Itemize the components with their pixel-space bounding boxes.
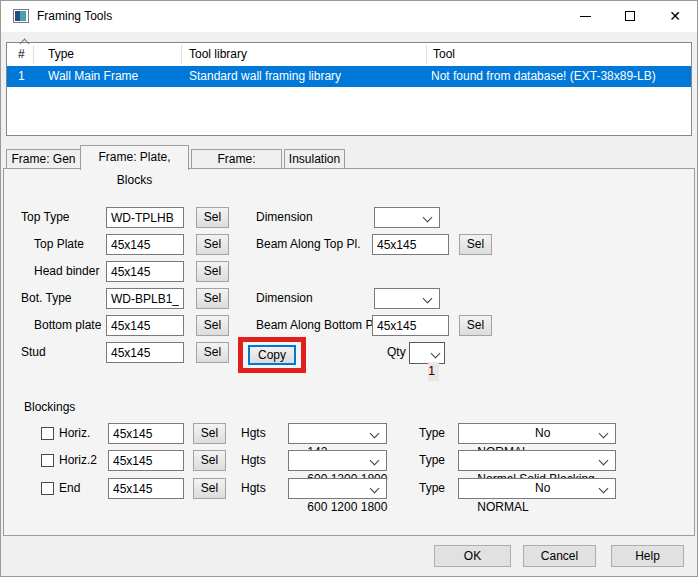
column-header-type[interactable]: Type xyxy=(48,47,74,61)
row-cell-num: 1 xyxy=(18,66,25,87)
dimension-top-label: Dimension xyxy=(256,207,313,228)
end-checkbox[interactable] xyxy=(41,482,54,495)
top-type-label: Top Type xyxy=(21,207,69,228)
horiz-type-select[interactable]: NORMAL No xyxy=(458,423,616,444)
horiz2-type-select[interactable]: Normal Solid Blocking xyxy=(458,450,616,471)
top-type-input[interactable] xyxy=(106,207,184,228)
close-button[interactable]: ✕ xyxy=(653,1,697,32)
column-header-library[interactable]: Tool library xyxy=(189,47,247,61)
type-label: Type xyxy=(419,478,445,499)
top-plate-input[interactable] xyxy=(106,234,184,255)
tab-frame-plate-blocks[interactable]: Frame: Plate, Blocks xyxy=(80,145,189,170)
minimize-icon xyxy=(580,16,591,17)
chevron-down-icon xyxy=(370,456,380,466)
minimize-button[interactable] xyxy=(563,1,608,32)
qty-select[interactable]: 1 xyxy=(409,342,445,364)
type-label: Type xyxy=(419,450,445,471)
column-divider xyxy=(33,45,34,64)
chevron-down-icon xyxy=(599,484,609,494)
horiz2-size-input[interactable] xyxy=(108,450,184,471)
column-header-num[interactable]: # xyxy=(18,47,25,61)
framing-tools-window: Framing Tools ✕ # Type Tool library Tool… xyxy=(0,0,698,577)
chevron-down-icon xyxy=(370,429,380,439)
top-plate-label: Top Plate xyxy=(34,234,84,255)
head-binder-sel-button[interactable]: Sel xyxy=(196,261,229,282)
maximize-icon xyxy=(625,11,635,21)
help-button[interactable]: Help xyxy=(611,545,684,567)
tab-frame-gen[interactable]: Frame: Gen xyxy=(6,149,81,169)
top-plate-sel-button[interactable]: Sel xyxy=(196,234,229,255)
dimension-top-select[interactable] xyxy=(374,207,440,228)
horiz2-sel-button[interactable]: Sel xyxy=(193,450,226,471)
dimension-bottom-label: Dimension xyxy=(256,288,313,309)
title-bar: Framing Tools ✕ xyxy=(1,1,697,32)
qty-label: Qty xyxy=(387,342,406,363)
end-size-input[interactable] xyxy=(108,478,184,499)
end-hgts-select[interactable]: 600 1200 1800 xyxy=(288,478,387,499)
app-icon xyxy=(13,9,29,23)
close-icon: ✕ xyxy=(669,8,681,24)
beam-top-sel-button[interactable]: Sel xyxy=(459,234,492,255)
horiz-checkbox-label: Horiz. xyxy=(59,423,90,444)
tab-label: Insulation xyxy=(289,152,340,166)
column-divider xyxy=(426,45,427,64)
chevron-down-icon xyxy=(599,456,609,466)
bot-type-label: Bot. Type xyxy=(21,288,71,309)
chevron-down-icon xyxy=(431,349,441,359)
table-row[interactable]: 1 Wall Main Frame Standard wall framing … xyxy=(7,66,691,87)
head-binder-input[interactable] xyxy=(106,261,184,282)
cancel-button[interactable]: Cancel xyxy=(523,545,596,567)
blockings-title: Blockings xyxy=(24,397,75,418)
column-header-tool[interactable]: Tool xyxy=(433,47,455,61)
chevron-down-icon xyxy=(599,429,609,439)
top-type-sel-button[interactable]: Sel xyxy=(196,207,229,228)
end-type-select[interactable]: NORMAL No xyxy=(458,478,616,499)
hgts-label: Hgts xyxy=(241,450,266,471)
beam-bottom-sel-button[interactable]: Sel xyxy=(459,315,492,336)
stud-input[interactable] xyxy=(106,342,184,363)
column-divider xyxy=(181,45,182,64)
dimension-bottom-select[interactable] xyxy=(374,288,440,309)
horiz-checkbox[interactable] xyxy=(41,427,54,440)
chevron-down-icon xyxy=(423,213,433,223)
row-cell-tool: Not found from database! (EXT-38x89-LB) xyxy=(431,66,656,87)
horiz-type-value2: No xyxy=(535,424,550,443)
tool-table: # Type Tool library Tool 1 Wall Main Fra… xyxy=(6,42,692,136)
bot-type-input[interactable] xyxy=(106,288,184,309)
beam-top-input[interactable] xyxy=(372,234,449,255)
end-checkbox-label: End xyxy=(59,478,80,499)
bottom-plate-input[interactable] xyxy=(106,315,184,336)
head-binder-label: Head binder xyxy=(34,261,99,282)
hgts-label: Hgts xyxy=(241,423,266,444)
hgts-label: Hgts xyxy=(241,478,266,499)
end-sel-button[interactable]: Sel xyxy=(193,478,226,499)
horiz2-checkbox[interactable] xyxy=(41,454,54,467)
horiz-hgts-select[interactable]: 142 xyxy=(288,423,387,444)
maximize-button[interactable] xyxy=(608,1,653,32)
end-type-value2: No xyxy=(535,479,550,498)
end-type-value: NORMAL xyxy=(477,500,528,514)
stud-sel-button[interactable]: Sel xyxy=(196,342,229,363)
beam-bottom-label: Beam Along Bottom Pl. xyxy=(256,315,379,336)
bottom-plate-sel-button[interactable]: Sel xyxy=(196,315,229,336)
horiz-size-input[interactable] xyxy=(108,423,184,444)
beam-top-label: Beam Along Top Pl. xyxy=(256,234,361,255)
end-hgts-value: 600 1200 1800 xyxy=(307,500,387,514)
bottom-plate-label: Bottom plate xyxy=(34,315,101,336)
tab-frame-openings[interactable]: Frame: Openings xyxy=(191,149,282,169)
row-cell-type: Wall Main Frame xyxy=(48,66,138,87)
bot-type-sel-button[interactable]: Sel xyxy=(196,288,229,309)
window-title: Framing Tools xyxy=(37,1,112,32)
tab-insulation[interactable]: Insulation xyxy=(284,149,345,169)
type-label: Type xyxy=(419,423,445,444)
row-cell-library: Standard wall framing library xyxy=(189,66,341,87)
horiz2-hgts-select[interactable]: 600 1200 1800 xyxy=(288,450,387,471)
copy-highlight-annotation xyxy=(238,337,306,373)
stud-label: Stud xyxy=(21,342,46,363)
horiz-sel-button[interactable]: Sel xyxy=(193,423,226,444)
horiz2-checkbox-label: Horiz.2 xyxy=(59,450,97,471)
tab-label: Frame: Gen xyxy=(11,152,75,166)
chevron-down-icon xyxy=(370,484,380,494)
beam-bottom-input[interactable] xyxy=(372,315,449,336)
chevron-down-icon xyxy=(423,294,433,304)
